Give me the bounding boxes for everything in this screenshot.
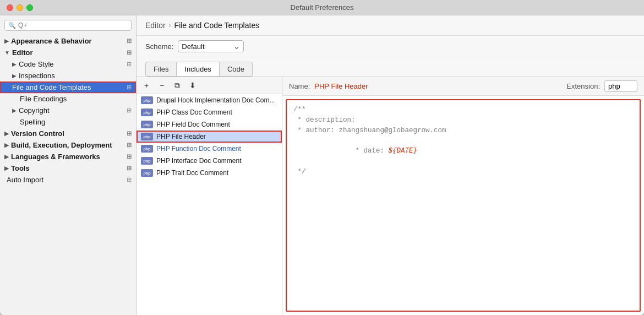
extension-value: php [604,80,637,92]
settings-icon: ⊞ [127,165,132,172]
tab-includes[interactable]: Includes [177,62,219,77]
search-input[interactable] [18,21,128,29]
titlebar: Default Preferences [0,0,644,15]
settings-icon: ⊞ [127,49,132,56]
import-button[interactable]: ⬇ [186,79,199,91]
file-list-panel: + − ⧉ ⬇ php Drupal Hook Implementation D… [137,77,282,315]
add-button[interactable]: + [140,79,153,91]
code-editor[interactable]: /** * description: * author: zhangshuang… [286,99,641,312]
sidebar-item-label: Code Style [19,60,54,68]
sidebar-item-label: Tools [11,164,30,172]
remove-button[interactable]: − [155,79,168,91]
sidebar-item-tools[interactable]: Tools ⊞ [0,162,136,174]
arrow-icon [12,107,17,113]
sidebar-item-label: Auto Import [7,176,43,184]
sidebar-item-version-control[interactable]: Version Control ⊞ [0,128,136,139]
traffic-lights [7,4,33,11]
sidebar: 🔍 Appearance & Behavior ⊞ Editor ⊞ Code … [0,15,137,315]
extension-label: Extension: [566,82,600,90]
list-item[interactable]: php PHP File Header [137,131,282,143]
sidebar-item-code-style[interactable]: Code Style ⊞ [0,58,136,70]
file-item-label: PHP Field Doc Comment [156,121,230,128]
tab-code-label: Code [227,65,244,73]
php-badge: php [141,121,153,128]
settings-icon: ⊞ [127,107,132,114]
arrow-icon [4,142,9,148]
list-item[interactable]: php PHP Trait Doc Comment [137,167,282,179]
minimize-button[interactable] [17,4,23,11]
sidebar-item-label: Build, Execution, Deployment [11,141,112,149]
sidebar-item-label: Spelling [20,118,45,126]
sidebar-item-label: Copyright [19,106,50,115]
sidebar-item-label: Editor [12,48,33,57]
breadcrumb-parent: Editor [145,21,166,30]
list-item[interactable]: php PHP Function Doc Comment [137,143,282,155]
sidebar-item-label: File Encodings [20,95,67,103]
settings-icon: ⊞ [127,37,132,45]
main-content: 🔍 Appearance & Behavior ⊞ Editor ⊞ Code … [0,15,644,315]
chevron-down-icon: ⌄ [233,42,240,51]
arrow-icon [4,154,9,160]
file-item-label: PHP Class Doc Comment [156,108,232,116]
sidebar-item-label: Inspections [19,72,55,80]
sidebar-item-copyright[interactable]: Copyright ⊞ [0,105,136,116]
search-icon: 🔍 [8,22,16,29]
file-list-toolbar: + − ⧉ ⬇ [137,77,282,94]
list-item[interactable]: php PHP Field Doc Comment [137,118,282,131]
code-line: */ [293,167,633,177]
right-panel: Editor › File and Code Templates Scheme:… [137,15,644,315]
tabs-bar: Files Includes Code [137,57,644,77]
php-badge: php [141,108,153,116]
sidebar-item-appearance-behavior[interactable]: Appearance & Behavior ⊞ [0,35,136,47]
arrow-icon [12,73,17,79]
tab-code[interactable]: Code [220,62,253,77]
window-title: Default Preferences [291,3,354,12]
sidebar-item-label: Version Control [11,129,64,138]
sidebar-item-build-execution-deployment[interactable]: Build, Execution, Deployment ⊞ [0,139,136,151]
php-badge: php [141,133,153,140]
code-line: * author: zhangshuang@globaegrow.com [293,126,633,136]
sidebar-item-auto-import[interactable]: Auto Import ⊞ [0,174,136,186]
content-area: + − ⧉ ⬇ php Drupal Hook Implementation D… [137,77,644,315]
breadcrumb: Editor › File and Code Templates [137,15,644,36]
window: Default Preferences 🔍 Appearance & Behav… [0,0,644,315]
file-item-label: Drupal Hook Implementation Doc Com... [156,96,275,104]
file-list: php Drupal Hook Implementation Doc Com..… [137,94,282,315]
name-bar: Name: PHP File Header Extension: php [282,77,644,96]
list-item[interactable]: php PHP Class Doc Comment [137,106,282,118]
scheme-select-value: Default [182,42,229,51]
scheme-bar: Scheme: Default ⌄ [137,36,644,57]
settings-icon: ⊞ [127,84,132,91]
tab-files-label: Files [154,65,168,73]
close-button[interactable] [7,4,13,11]
settings-icon: ⊞ [127,130,132,137]
search-box[interactable]: 🔍 [4,20,132,31]
tab-includes-label: Includes [184,65,211,73]
list-item[interactable]: php PHP Interface Doc Comment [137,155,282,167]
settings-icon: ⊞ [127,61,132,68]
sidebar-item-inspections[interactable]: Inspections [0,70,136,82]
sidebar-item-spelling[interactable]: Spelling [0,116,136,128]
sidebar-item-label: Appearance & Behavior [11,37,92,45]
code-line: * description: [293,115,633,126]
settings-icon: ⊞ [127,153,132,160]
copy-button[interactable]: ⧉ [171,79,184,91]
arrow-icon [4,38,9,44]
settings-icon: ⊞ [127,176,132,183]
tab-files[interactable]: Files [145,62,177,77]
settings-icon: ⊞ [127,142,132,149]
scheme-label: Scheme: [145,42,173,51]
sidebar-item-editor[interactable]: Editor ⊞ [0,47,136,58]
sidebar-item-file-encodings[interactable]: File Encodings [0,93,136,105]
breadcrumb-current: File and Code Templates [174,21,260,30]
sidebar-item-languages-frameworks[interactable]: Languages & Frameworks ⊞ [0,151,136,162]
breadcrumb-separator: › [169,21,171,29]
arrow-icon [4,131,9,137]
sidebar-item-file-and-code-templates[interactable]: File and Code Templates ⊞ [0,82,136,93]
list-item[interactable]: php Drupal Hook Implementation Doc Com..… [137,94,282,106]
arrow-icon [12,61,17,67]
maximize-button[interactable] [26,4,33,11]
arrow-icon [4,165,9,171]
scheme-select[interactable]: Default ⌄ [178,40,244,52]
arrow-icon [4,50,10,56]
